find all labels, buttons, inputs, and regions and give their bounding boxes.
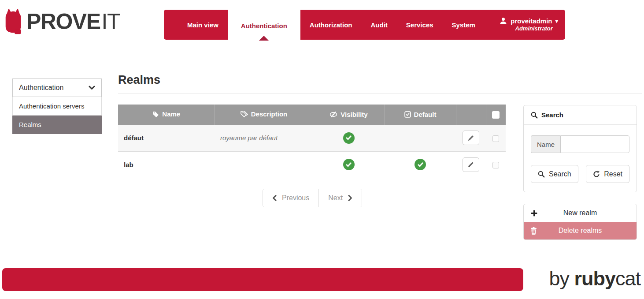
pencil-icon [467,161,474,168]
realm-default-cell [385,125,456,151]
check-square-icon [404,111,411,118]
edit-realm-button[interactable] [463,157,479,172]
active-tab-pointer-icon [259,36,269,41]
nav-item-label: Services [406,21,433,29]
next-label: Next [328,194,343,202]
nav-item-authorization[interactable]: Authorization [300,10,362,40]
app-logo: PROVEIT [4,4,120,39]
reset-button[interactable]: Reset [586,165,629,183]
plus-icon [530,209,538,217]
search-icon [531,112,538,119]
realm-default-cell [385,151,456,178]
user-name: proveitadmin [511,17,552,26]
pagination: Previous Next [263,189,362,207]
realm-actions-panel: New realm Delete realms [523,204,637,240]
delete-realms-button[interactable]: Delete realms [524,222,637,239]
realm-description-cell [215,151,313,178]
search-button-label: Search [549,170,571,178]
user-menu[interactable]: proveitadmin ▾ Administrator [495,10,565,40]
search-icon [538,171,545,178]
refresh-icon [593,171,600,178]
logo-wordmark: PROVEIT [26,11,120,33]
realm-name-cell: lab [118,151,215,178]
footer-by-text: by [549,267,574,290]
chevron-right-icon [348,195,352,201]
table-row-defaut: défaut royaume par défaut [118,125,506,151]
sidebar-item-realms[interactable]: Realms [12,116,102,134]
logo-text-prove: PROVE [26,9,100,34]
sidebar-item-label: Authentication servers [19,102,84,110]
sidebar: Authentication Authentication servers Re… [12,78,102,134]
eye-slash-icon [329,111,337,118]
name-filter-group: Name [531,135,629,153]
tags-icon [240,111,248,118]
column-header-default[interactable]: Default [385,105,456,125]
new-realm-button[interactable]: New realm [524,204,637,222]
name-field-label: Name [531,135,560,153]
column-header-select-all [486,105,506,125]
chevron-down-icon [89,86,95,90]
page-title: Realms [118,73,160,87]
row-checkbox[interactable] [492,162,499,168]
delete-realms-label: Delete realms [559,227,602,235]
nav-item-system[interactable]: System [443,10,485,40]
next-page-button[interactable]: Next [318,189,362,207]
nav-item-authentication[interactable]: Authentication [228,10,300,41]
realm-description-cell: royaume par défaut [215,125,313,151]
realms-table: Name Description [118,105,506,178]
search-panel-header: Search [524,105,637,125]
reset-button-label: Reset [604,170,622,178]
sidebar-item-label: Realms [19,121,41,128]
search-panel-title: Search [541,111,563,119]
column-header-visibility[interactable]: Visibility [313,105,385,125]
top-navbar: Main view Authentication Authorization A… [164,10,565,40]
footer-brand-suffix: cat [615,267,640,290]
sidebar-section-label: Authentication [19,84,63,92]
search-panel-body: Name Search Reset [524,125,637,192]
chevron-left-icon [272,195,277,201]
nav-item-label: Audit [371,21,388,29]
tag-icon [152,111,159,118]
search-button[interactable]: Search [531,165,578,183]
cat-logo-icon [4,4,23,39]
search-panel: Search Name Search [523,105,637,192]
nav-item-services[interactable]: Services [397,10,443,40]
nav-item-audit[interactable]: Audit [362,10,397,40]
user-icon [499,17,507,25]
table-header-row: Name Description [118,105,506,125]
edit-realm-button[interactable] [463,131,479,145]
realm-name-cell: défaut [118,125,215,151]
previous-page-button[interactable]: Previous [263,189,318,207]
check-circle-icon [343,132,355,144]
user-role: Administrator [505,25,553,32]
column-header-description[interactable]: Description [215,105,313,125]
check-circle-icon [343,159,355,170]
table-row-lab: lab [118,151,506,178]
realm-edit-cell [456,151,486,178]
nav-item-label: Authentication [241,22,287,30]
sidebar-section-authentication[interactable]: Authentication [12,78,102,97]
title-divider [118,93,642,93]
realm-select-cell [486,151,506,178]
footer-brand-bold: ruby [574,267,615,290]
previous-label: Previous [282,194,309,202]
nav-item-label: System [452,21,475,29]
rubycat-logo: by rubycat [549,266,640,291]
realm-edit-cell [456,125,486,151]
realm-visibility-cell [313,151,385,178]
chevron-down-icon: ▾ [555,18,558,25]
pencil-icon [467,135,474,142]
proveit-app: PROVEIT Main view Authentication Authori… [0,0,644,299]
check-circle-icon [415,159,426,170]
footer-accent-bar [2,268,523,291]
sidebar-item-authentication-servers[interactable]: Authentication servers [12,97,102,116]
nav-item-label: Main view [187,21,218,29]
nav-item-main-view[interactable]: Main view [178,10,228,40]
realm-select-cell [486,125,506,151]
logo-text-it: IT [102,9,120,34]
column-header-name[interactable]: Name [118,105,215,125]
select-all-checkbox[interactable] [492,111,500,119]
row-checkbox[interactable] [492,135,499,142]
trash-icon [530,227,537,235]
name-filter-input[interactable] [560,135,629,153]
